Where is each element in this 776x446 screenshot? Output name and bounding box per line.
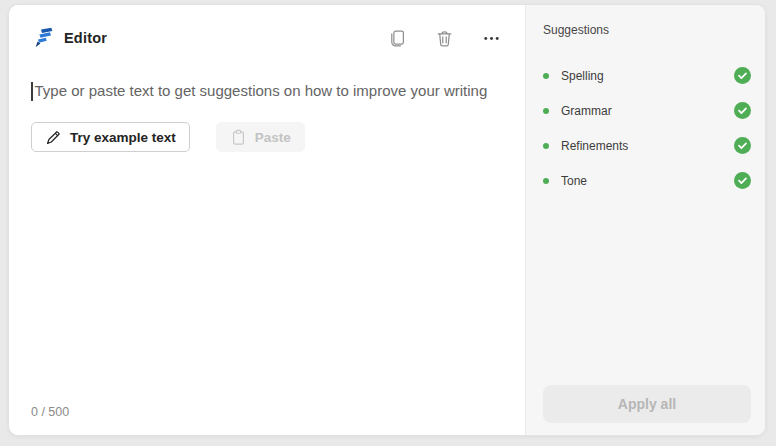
bullet-dot-icon xyxy=(543,178,549,184)
suggestion-label: Refinements xyxy=(561,139,628,153)
check-circle-icon xyxy=(734,172,751,189)
pen-icon xyxy=(45,129,62,146)
paste-button[interactable]: Paste xyxy=(216,122,305,152)
suggestion-row-tone[interactable]: Tone xyxy=(543,163,751,198)
app-title: Editor xyxy=(64,30,107,46)
text-input-area[interactable]: Type or paste text to get suggestions on… xyxy=(31,81,503,101)
editor-header: Editor xyxy=(9,5,525,54)
suggestion-label: Tone xyxy=(561,174,587,188)
paste-label: Paste xyxy=(255,130,291,145)
suggestion-row-grammar[interactable]: Grammar xyxy=(543,93,751,128)
bullet-dot-icon xyxy=(543,73,549,79)
apply-all-button[interactable]: Apply all xyxy=(543,385,751,423)
suggestion-label: Grammar xyxy=(561,104,612,118)
editor-app-card: Editor xyxy=(8,4,766,436)
editor-pane: Editor xyxy=(9,5,525,435)
suggestions-header: Suggestions xyxy=(543,23,751,37)
delete-icon[interactable] xyxy=(434,28,454,48)
suggestion-row-refinements[interactable]: Refinements xyxy=(543,128,751,163)
char-counter: 0 / 500 xyxy=(9,405,525,435)
check-circle-icon xyxy=(734,102,751,119)
suggestions-pane: Suggestions Spelling Grammar xyxy=(525,5,765,435)
bullet-dot-icon xyxy=(543,108,549,114)
suggestion-row-spelling[interactable]: Spelling xyxy=(543,58,751,93)
editor-logo-icon xyxy=(31,26,55,50)
editor-placeholder: Type or paste text to get suggestions on… xyxy=(35,81,488,101)
copy-icon[interactable] xyxy=(387,28,407,48)
try-example-text-label: Try example text xyxy=(70,130,176,145)
clipboard-icon xyxy=(230,129,247,146)
suggestion-label: Spelling xyxy=(561,69,604,83)
editor-actions: Try example text Paste xyxy=(31,122,503,152)
bullet-dot-icon xyxy=(543,143,549,149)
text-caret xyxy=(31,82,33,101)
try-example-text-button[interactable]: Try example text xyxy=(31,122,190,152)
check-circle-icon xyxy=(734,137,751,154)
more-icon[interactable] xyxy=(481,28,501,48)
check-circle-icon xyxy=(734,67,751,84)
